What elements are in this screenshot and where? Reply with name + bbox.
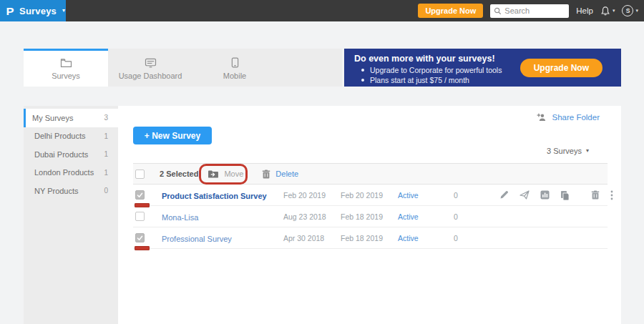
chevron-down-icon: ▾ [586,148,589,154]
send-icon[interactable] [519,190,530,200]
folder-count: 1 [104,150,108,158]
folder-label: Delhi Products [34,132,86,140]
sidebar-item-london-products[interactable]: London Products 1 [24,164,118,182]
tab-label: Usage Dashboard [119,72,182,80]
account-menu[interactable]: S ▾ [622,5,638,16]
surveys-count-dropdown[interactable]: 3 Surveys ▾ [547,147,589,155]
annotation-underline [135,246,150,250]
created-date: Feb 20 2019 [283,191,341,200]
created-date: Apr 30 2018 [283,234,341,242]
folder-count: 1 [104,169,108,177]
row-checkbox[interactable] [135,212,145,221]
responses-count: 0 [454,234,489,242]
app-switcher[interactable]: P Surveys ▾ [0,0,66,21]
chevron-down-icon: ▾ [635,8,638,14]
mobile-icon [231,57,239,68]
edit-pencil-icon[interactable] [499,190,509,200]
sidebar-item-my-surveys[interactable]: My Surveys 3 [24,109,118,127]
trash-icon [262,170,270,179]
sidebar-item-dubai-products[interactable]: Dubai Products 1 [24,145,118,164]
reports-chart-icon[interactable] [540,190,550,200]
share-person-icon [537,113,547,122]
notifications-menu[interactable]: ▾ [600,6,615,16]
share-folder-link[interactable]: Share Folder [537,113,600,122]
modified-date: Feb 18 2019 [341,212,398,221]
folders-sidebar: My Surveys 3 Delhi Products 1 Dubai Prod… [24,106,118,324]
product-name: Surveys [19,6,57,16]
table-row: Mona-Lisa Aug 23 2018 Feb 18 2019 Active… [133,206,608,227]
bulk-actions-toolbar: 2 Selected Move Delete [133,163,608,185]
folder-label: My Surveys [32,114,73,122]
chevron-down-icon: ▾ [613,8,615,14]
survey-title-link[interactable]: Mona-Lisa [162,213,198,222]
move-label: Move [224,170,243,178]
search-input[interactable] [504,6,565,15]
status-badge[interactable]: Active [398,234,454,242]
help-link[interactable]: Help [576,6,593,15]
chevron-down-icon: ▾ [62,8,65,14]
tab-strip: Surveys Usage Dashboard Mobile [24,49,342,87]
surveys-table: 2 Selected Move Delete P [133,163,608,249]
folder-move-icon [208,170,219,179]
delete-button[interactable]: Delete [262,170,298,179]
table-row: Product Satisfaction Survey Feb 20 2019 … [133,185,608,206]
status-badge[interactable]: Active [398,212,454,221]
top-navbar: P Surveys ▾ Upgrade Now Help ▾ S ▾ [0,0,644,21]
row-checkbox[interactable] [135,190,145,200]
duplicate-copy-icon[interactable] [560,190,570,200]
delete-label: Delete [275,170,298,178]
created-date: Aug 23 2018 [283,212,341,221]
select-all-checkbox[interactable] [135,170,145,179]
responses-count: 0 [454,212,489,221]
folder-label: London Products [34,168,94,177]
promo-banner: Do even more with your surveys! Upgrade … [344,49,621,87]
tab-mobile[interactable]: Mobile [192,49,277,87]
search-icon [494,7,502,15]
modified-date: Feb 20 2019 [341,191,398,200]
tab-label: Surveys [52,72,80,80]
proprofs-logo: P [6,5,14,17]
folder-label: NY Products [34,187,79,195]
navbar-right-cluster: Upgrade Now Help ▾ S ▾ [418,4,644,18]
row-checkbox[interactable] [135,233,145,242]
tab-usage-dashboard[interactable]: Usage Dashboard [108,49,192,87]
folder-icon [60,58,72,68]
folder-label: Dubai Products [34,150,88,159]
bell-icon [600,6,610,16]
selected-count-label: 2 Selected [160,170,198,178]
row-actions [489,190,608,201]
sidebar-item-delhi-products[interactable]: Delhi Products 1 [24,127,118,146]
banner-upgrade-button[interactable]: Upgrade Now [520,59,602,77]
row-trash-icon[interactable] [591,190,600,200]
folder-count: 3 [104,114,108,122]
survey-title-link[interactable]: Product Satisfaction Survey [162,192,267,200]
tab-surveys[interactable]: Surveys [24,49,108,87]
move-button[interactable]: Move [208,170,243,179]
upgrade-now-button[interactable]: Upgrade Now [418,4,483,18]
folder-count: 0 [104,187,108,195]
surveys-panel: Share Folder + New Survey 3 Surveys ▾ 2 … [118,106,621,324]
share-folder-label: Share Folder [552,113,600,122]
responses-count: 0 [454,191,489,200]
surveys-count-label: 3 Surveys [547,147,582,155]
avatar: S [622,5,633,16]
folder-count: 1 [104,132,108,140]
tab-label: Mobile [223,72,246,80]
search-box[interactable] [490,4,569,18]
dashboard-icon [145,58,157,68]
survey-title-link[interactable]: Professional Survey [162,235,232,243]
kebab-menu-icon[interactable] [610,190,613,200]
table-row: Professional Survey Apr 30 2018 Feb 18 2… [133,227,608,249]
sidebar-item-ny-products[interactable]: NY Products 0 [24,182,118,200]
modified-date: Feb 18 2019 [341,234,398,242]
new-survey-button[interactable]: + New Survey [133,127,212,144]
status-badge[interactable]: Active [398,191,454,200]
